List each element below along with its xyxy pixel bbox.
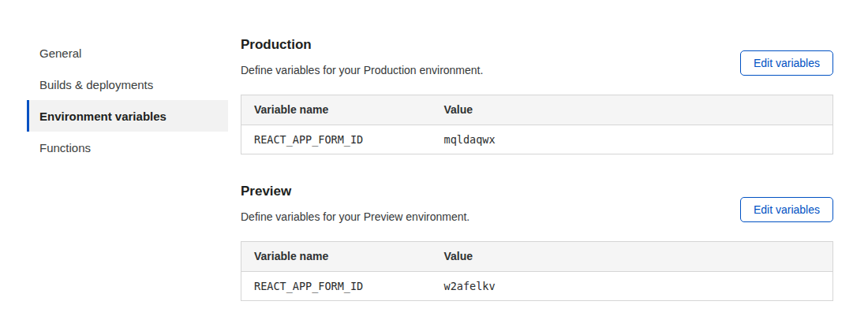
column-header-variable-name: Variable name	[241, 95, 432, 125]
preview-section: Preview Define variables for your Previe…	[241, 184, 833, 301]
production-variables-table: Variable name Value REACT_APP_FORM_ID mq…	[241, 95, 833, 154]
preview-table-header-row: Variable name Value	[241, 241, 833, 271]
production-section-text: Production Define variables for your Pro…	[241, 37, 483, 79]
production-section-title: Production	[241, 37, 483, 53]
column-header-value: Value	[432, 241, 833, 271]
sidebar-item-builds-deployments[interactable]: Builds & deployments	[27, 69, 228, 100]
production-section-description: Define variables for your Production env…	[241, 63, 483, 79]
preview-section-description: Define variables for your Preview enviro…	[241, 210, 470, 225]
preview-table-row: REACT_APP_FORM_ID w2afelkv	[241, 271, 833, 300]
sidebar-item-general[interactable]: General	[27, 37, 228, 69]
preview-section-text: Preview Define variables for your Previe…	[241, 184, 470, 225]
production-variable-name-cell: REACT_APP_FORM_ID	[241, 125, 432, 154]
sidebar-item-functions[interactable]: Functions	[27, 132, 228, 163]
column-header-variable-name: Variable name	[241, 241, 432, 271]
preview-section-header: Preview Define variables for your Previe…	[241, 184, 833, 225]
settings-sidebar: General Builds & deployments Environment…	[27, 37, 228, 163]
preview-variable-name-cell: REACT_APP_FORM_ID	[241, 271, 432, 300]
column-header-value: Value	[432, 95, 833, 125]
production-section-header: Production Define variables for your Pro…	[241, 37, 833, 79]
production-table-row: REACT_APP_FORM_ID mqldaqwx	[241, 125, 833, 154]
preview-variables-table: Variable name Value REACT_APP_FORM_ID w2…	[241, 241, 833, 301]
preview-section-title: Preview	[241, 184, 470, 199]
production-variable-value-cell: mqldaqwx	[432, 125, 833, 154]
edit-variables-button-preview[interactable]: Edit variables	[740, 197, 833, 222]
environment-variables-content: Production Define variables for your Pro…	[241, 37, 833, 301]
production-table-header-row: Variable name Value	[241, 95, 833, 125]
sidebar-item-environment-variables[interactable]: Environment variables	[27, 100, 228, 132]
environment-variables-page: General Builds & deployments Environment…	[0, 0, 868, 301]
production-section: Production Define variables for your Pro…	[241, 37, 833, 154]
preview-variable-value-cell: w2afelkv	[432, 271, 833, 300]
edit-variables-button-production[interactable]: Edit variables	[740, 50, 833, 76]
